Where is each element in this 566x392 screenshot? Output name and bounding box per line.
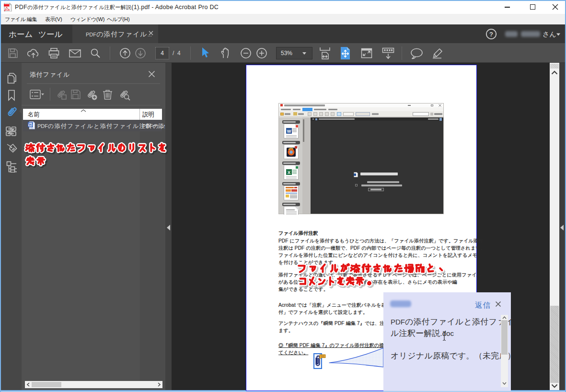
svg-text:W: W [287, 129, 291, 134]
svg-text:?: ? [489, 31, 493, 38]
svg-text:X: X [288, 170, 290, 175]
